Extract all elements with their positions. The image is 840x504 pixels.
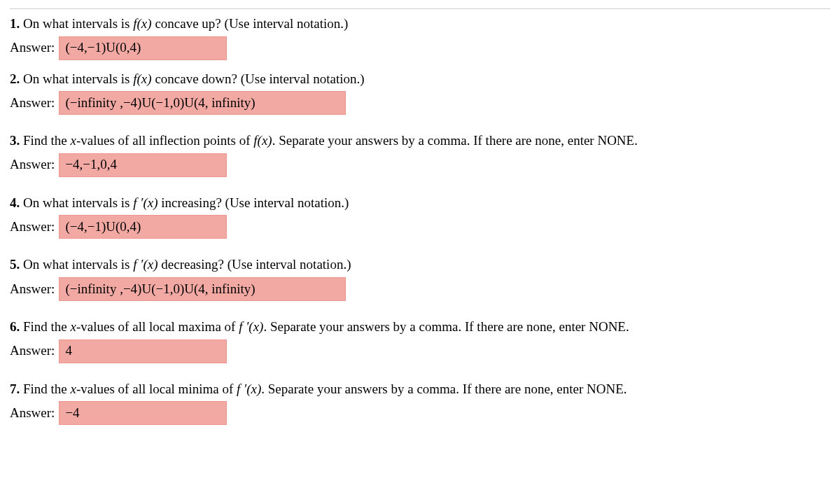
- question-3-prefix: Find the: [23, 133, 71, 148]
- answer-4-label: Answer:: [10, 218, 55, 237]
- question-5-fn: f ′(x): [133, 257, 158, 272]
- question-7-prefix: Find the: [23, 382, 71, 396]
- question-2-suffix: concave down? (Use interval notation.): [152, 71, 365, 86]
- answer-3-row: Answer: −4,−1,0,4: [10, 153, 830, 177]
- question-7-suffix: . Separate your answers by a comma. If t…: [261, 382, 626, 396]
- question-1: 1. On what intervals is f(x) concave up?…: [10, 15, 830, 34]
- question-6-mid: -values of all local maxima of: [76, 319, 239, 334]
- answer-3-input[interactable]: −4,−1,0,4: [59, 153, 227, 177]
- question-4: 4. On what intervals is f ′(x) increasin…: [10, 194, 830, 213]
- answer-5-row: Answer: (−infinity ,−4)U(−1,0)U(4, infin…: [10, 277, 830, 301]
- question-5-number: 5.: [10, 257, 20, 272]
- question-1-number: 1.: [10, 16, 20, 31]
- answer-1-label: Answer:: [10, 38, 55, 57]
- question-2-number: 2.: [10, 71, 20, 86]
- question-2: 2. On what intervals is f(x) concave dow…: [10, 70, 830, 89]
- question-6-var: x: [71, 319, 76, 334]
- answer-2-input[interactable]: (−infinity ,−4)U(−1,0)U(4, infinity): [59, 91, 346, 115]
- question-3-fn: f(x): [253, 133, 272, 148]
- answer-7-label: Answer:: [10, 404, 55, 423]
- question-3-number: 3.: [10, 133, 20, 148]
- question-4-fn: f ′(x): [133, 195, 158, 210]
- question-6-suffix: . Separate your answers by a comma. If t…: [263, 319, 629, 334]
- question-2-fn: f(x): [133, 71, 151, 86]
- question-3-var: x: [71, 133, 76, 148]
- question-5: 5. On what intervals is f ′(x) decreasin…: [10, 255, 830, 274]
- question-6-prefix: Find the: [23, 319, 71, 334]
- answer-5-label: Answer:: [10, 280, 55, 299]
- question-7-fn: f ′(x): [237, 382, 261, 396]
- answer-6-row: Answer: 4: [10, 340, 830, 363]
- answer-6-input[interactable]: 4: [59, 340, 227, 363]
- question-4-number: 4.: [10, 195, 20, 210]
- question-1-prefix: On what intervals is: [23, 16, 133, 31]
- question-6-number: 6.: [10, 319, 20, 334]
- question-5-prefix: On what intervals is: [23, 257, 133, 272]
- answer-6-label: Answer:: [10, 342, 55, 360]
- question-2-prefix: On what intervals is: [23, 71, 133, 86]
- question-4-suffix: increasing? (Use interval notation.): [158, 195, 349, 210]
- answer-5-input[interactable]: (−infinity ,−4)U(−1,0)U(4, infinity): [59, 277, 346, 301]
- answer-4-row: Answer: (−4,−1)U(0,4): [10, 215, 830, 239]
- answer-1-row: Answer: (−4,−1)U(0,4): [10, 36, 830, 60]
- question-6: 6. Find the x-values of all local maxima…: [10, 318, 830, 337]
- answer-2-label: Answer:: [10, 94, 55, 113]
- answer-4-input[interactable]: (−4,−1)U(0,4): [59, 215, 227, 239]
- question-6-fn: f ′(x): [239, 319, 263, 334]
- answer-3-label: Answer:: [10, 155, 55, 174]
- question-7: 7. Find the x-values of all local minima…: [10, 380, 830, 399]
- question-7-number: 7.: [10, 382, 20, 396]
- question-3-suffix: . Separate your answers by a comma. If t…: [272, 133, 638, 148]
- question-3: 3. Find the x-values of all inflection p…: [10, 132, 830, 150]
- question-4-prefix: On what intervals is: [23, 195, 133, 210]
- answer-2-row: Answer: (−infinity ,−4)U(−1,0)U(4, infin…: [10, 91, 830, 115]
- answer-1-input[interactable]: (−4,−1)U(0,4): [59, 36, 227, 60]
- question-5-suffix: decreasing? (Use interval notation.): [158, 257, 351, 272]
- answer-7-row: Answer: −4: [10, 401, 830, 425]
- question-1-fn: f(x): [133, 16, 151, 31]
- divider-top: [10, 8, 830, 9]
- question-1-suffix: concave up? (Use interval notation.): [152, 16, 349, 31]
- question-3-mid: -values of all inflection points of: [76, 133, 253, 148]
- question-7-mid: -values of all local minima of: [76, 382, 237, 396]
- question-7-var: x: [71, 382, 76, 396]
- answer-7-input[interactable]: −4: [59, 401, 227, 425]
